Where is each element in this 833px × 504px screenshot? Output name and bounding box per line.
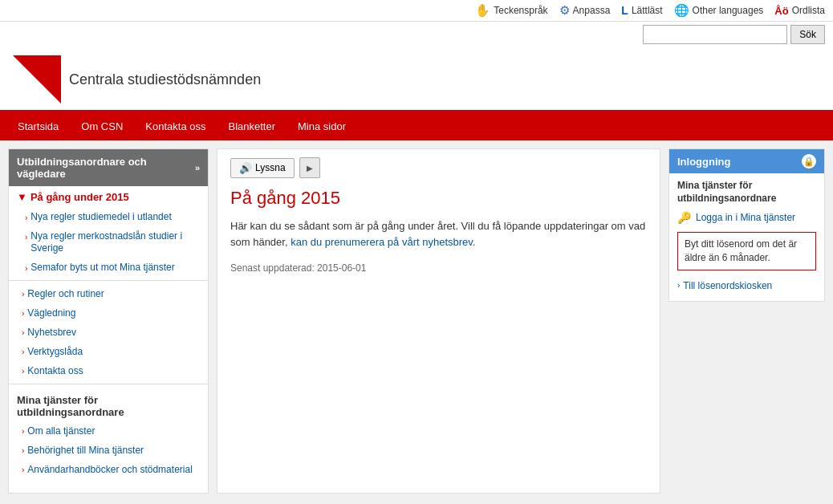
bullet-icon-0: › bbox=[25, 213, 27, 223]
bullet-sec2-2: › bbox=[22, 465, 24, 474]
listen-button[interactable]: 🔊 Lyssna bbox=[230, 158, 295, 178]
sidebar-sec2-item-2[interactable]: › Användarhandböcker och stödmaterial bbox=[9, 460, 208, 479]
login-box: Inloggning 🔒 Mina tjänster för utbildnin… bbox=[668, 148, 825, 302]
main-layout: Utbildningsanordnare och vägledare » ▼ P… bbox=[0, 140, 833, 502]
right-panel: Inloggning 🔒 Mina tjänster för utbildnin… bbox=[668, 148, 825, 494]
nav-blanketter[interactable]: Blanketter bbox=[217, 112, 286, 140]
sidebar-divider-2 bbox=[9, 384, 208, 384]
sidebar-top-item-3[interactable]: › Verktygslåda bbox=[9, 342, 208, 361]
bullet-sec2-0: › bbox=[22, 427, 24, 436]
other-languages-label: Other languages bbox=[693, 5, 764, 16]
login-header: Inloggning 🔒 bbox=[669, 149, 824, 173]
content-area: 🔊 Lyssna ▶ På gång 2015 Här kan du se så… bbox=[217, 148, 660, 494]
lattlast-label: Lättläst bbox=[632, 5, 663, 16]
last-updated: Senast uppdaterad: 2015-06-01 bbox=[230, 262, 647, 274]
sidebar-active-section: ▼ På gång under 2015 › Nya regler studie… bbox=[9, 186, 208, 277]
top-bar: ✋ Teckenspråk ⚙ Anpassa L Lättläst 🌐 Oth… bbox=[0, 0, 833, 22]
teckenspark-icon: ✋ bbox=[475, 3, 490, 18]
sidebar-top-item-4[interactable]: › Kontakta oss bbox=[9, 361, 208, 380]
search-button[interactable]: Sök bbox=[790, 25, 825, 44]
sidebar-sec2-item-0[interactable]: › Om alla tjänster bbox=[9, 421, 208, 441]
login-content: Mina tjänster för utbildningsanordnare 🔑… bbox=[669, 173, 824, 301]
warning-box: Byt ditt lösenord om det är äldre än 6 m… bbox=[677, 232, 816, 270]
search-input[interactable] bbox=[643, 25, 787, 44]
other-languages-link[interactable]: 🌐 Other languages bbox=[674, 3, 764, 18]
sidebar-sec2-item-1[interactable]: › Behörighet till Mina tjänster bbox=[9, 441, 208, 460]
bullet-top-3: › bbox=[22, 348, 24, 356]
bullet-top-1: › bbox=[22, 309, 24, 318]
ordlista-label: Ordlista bbox=[792, 5, 825, 16]
bullet-top-4: › bbox=[22, 367, 24, 376]
nav-mina-sidor[interactable]: Mina sidor bbox=[286, 112, 357, 140]
site-header: csn Centrala studiestödsnämnden bbox=[0, 49, 833, 112]
play-icon: ▶ bbox=[307, 164, 313, 173]
login-link[interactable]: 🔑 Logga in i Mina tjänster bbox=[677, 211, 816, 224]
password-link-text: Till lösenordskiosken bbox=[683, 280, 772, 291]
login-header-text: Inloggning bbox=[677, 156, 730, 168]
arrow-right-icon: › bbox=[677, 281, 680, 290]
body-text-suffix: . bbox=[473, 236, 476, 248]
lattlast-link[interactable]: L Lättläst bbox=[621, 4, 662, 17]
lattlast-icon: L bbox=[621, 4, 628, 17]
sidebar-top-item-1[interactable]: › Vägledning bbox=[9, 303, 208, 323]
sidebar-section2-title: Mina tjänster för utbildningsanordnare bbox=[9, 388, 208, 421]
nav-bar: Startsida Om CSN Kontakta oss Blanketter… bbox=[0, 112, 833, 140]
anpassa-label: Anpassa bbox=[573, 5, 611, 16]
ordlista-link[interactable]: Åö Ordlista bbox=[774, 5, 825, 17]
bullet-top-2: › bbox=[22, 328, 24, 337]
csn-logo-svg: csn bbox=[13, 55, 61, 104]
sidebar-divider-1 bbox=[9, 280, 208, 281]
nav-kontakta-oss[interactable]: Kontakta oss bbox=[134, 112, 217, 140]
anpassa-link[interactable]: ⚙ Anpassa bbox=[559, 3, 611, 18]
sidebar-sub-item-1[interactable]: › Nya regler merkostnadslån studier i Sv… bbox=[9, 227, 208, 258]
sidebar-top-item-2[interactable]: › Nyhetsbrev bbox=[9, 323, 208, 342]
sidebar-chevron-icon: » bbox=[195, 163, 200, 173]
warning-text: Byt ditt lösenord om det är äldre än 6 m… bbox=[685, 238, 797, 263]
bullet-icon-2: › bbox=[25, 263, 27, 274]
arrow-down-icon: ▼ bbox=[17, 191, 27, 203]
globe-icon: 🌐 bbox=[674, 3, 689, 18]
key-icon: 🔑 bbox=[677, 211, 691, 224]
listen-label: Lyssna bbox=[255, 162, 286, 173]
logo[interactable]: csn Centrala studiestödsnämnden bbox=[13, 55, 261, 104]
bullet-icon-1: › bbox=[25, 232, 27, 242]
content-body: Här kan du se sådant som är på gång unde… bbox=[230, 218, 647, 250]
sidebar: Utbildningsanordnare och vägledare » ▼ P… bbox=[8, 148, 209, 494]
sidebar-sub-item-2[interactable]: › Semafor byts ut mot Mina tjänster bbox=[9, 258, 208, 278]
search-bar: Sök bbox=[0, 22, 833, 49]
sidebar-sub-item-0[interactable]: › Nya regler studiemedel i utlandet bbox=[9, 208, 208, 227]
teckenspark-link[interactable]: ✋ Teckenspråk bbox=[475, 3, 547, 18]
newsletter-link[interactable]: kan du prenumerera på vårt nyhetsbrev bbox=[291, 236, 473, 248]
play-button[interactable]: ▶ bbox=[299, 157, 320, 178]
password-link[interactable]: › Till lösenordskiosken bbox=[677, 277, 816, 295]
login-subtitle: Mina tjänster för utbildningsanordnare bbox=[677, 180, 816, 205]
sidebar-active-title[interactable]: ▼ På gång under 2015 bbox=[9, 186, 208, 208]
sidebar-top-item-0[interactable]: › Regler och rutiner bbox=[9, 284, 208, 303]
page-title: På gång 2015 bbox=[230, 188, 647, 209]
bullet-sec2-1: › bbox=[22, 446, 24, 455]
speaker-icon: 🔊 bbox=[239, 162, 252, 174]
ordlista-icon: Åö bbox=[774, 5, 788, 17]
sidebar-header-text: Utbildningsanordnare och vägledare bbox=[17, 156, 195, 180]
teckenspark-label: Teckenspråk bbox=[494, 5, 547, 16]
listen-bar: 🔊 Lyssna ▶ bbox=[230, 157, 647, 178]
anpassa-icon: ⚙ bbox=[559, 3, 570, 18]
site-name: Centrala studiestödsnämnden bbox=[69, 71, 261, 88]
bullet-top-0: › bbox=[22, 290, 24, 299]
login-link-text: Logga in i Mina tjänster bbox=[696, 212, 795, 223]
nav-startsida[interactable]: Startsida bbox=[6, 112, 70, 140]
svg-text:csn: csn bbox=[18, 84, 43, 100]
nav-om-csn[interactable]: Om CSN bbox=[70, 112, 134, 140]
sidebar-header: Utbildningsanordnare och vägledare » bbox=[9, 149, 208, 186]
lock-icon: 🔒 bbox=[802, 154, 816, 169]
